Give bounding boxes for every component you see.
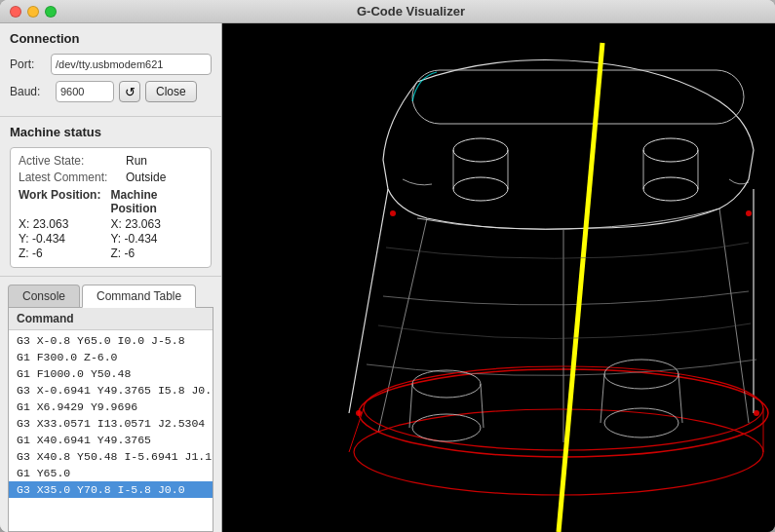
baud-input[interactable]	[56, 81, 114, 102]
command-item[interactable]: G3 X-0.6941 Y49.3765 I5.8 J0.0	[9, 382, 213, 399]
app-window: G-Code Visualizer Connection Port: Baud:…	[0, 0, 775, 532]
latest-comment-label: Latest Comment:	[19, 171, 126, 184]
svg-rect-0	[222, 23, 775, 532]
baud-label: Baud:	[10, 85, 51, 98]
tabs-area: Console Command Table Command G3 X-0.8 Y…	[0, 277, 221, 532]
command-item[interactable]: G3 X33.0571 I13.0571 J2.5304	[9, 415, 213, 432]
y-position-row: Y: -0.434 Y: -0.434	[19, 232, 203, 246]
command-item[interactable]: G1 Y65.0	[9, 465, 213, 481]
z-position-row: Z: -6 Z: -6	[19, 247, 203, 260]
z-work-value: Z: -6	[19, 247, 111, 260]
positions-header: Work Position: Machine Position	[19, 188, 203, 215]
x-work-value: X: 23.063	[19, 217, 111, 231]
x-position-row: X: 23.063 X: 23.063	[19, 217, 203, 231]
left-panel: Connection Port: Baud: ↺ Close Machine s…	[0, 23, 222, 532]
port-row: Port:	[10, 54, 212, 75]
command-item[interactable]: G3 X35.0 Y70.8 I-5.8 J0.0	[9, 481, 213, 498]
tab-content: Command G3 X-0.8 Y65.0 I0.0 J-5.8G1 F300…	[8, 307, 213, 532]
y-machine-value: Y: -0.434	[111, 232, 204, 246]
main-content: Connection Port: Baud: ↺ Close Machine s…	[0, 23, 775, 532]
machine-status-section: Machine status Active State: Run Latest …	[0, 117, 221, 277]
command-item[interactable]: G1 X40.6941 Y49.3765	[9, 432, 213, 448]
connection-title: Connection	[10, 31, 212, 46]
port-input[interactable]	[51, 54, 212, 75]
work-position-header: Work Position:	[19, 188, 111, 215]
command-item[interactable]: G3 X40.8 Y50.48 I-5.6941 J1.103	[9, 448, 213, 465]
window-title: G-Code Visualizer	[57, 4, 765, 19]
machine-position-header: Machine Position	[111, 188, 204, 215]
status-inner-box: Active State: Run Latest Comment: Outsid…	[10, 147, 212, 268]
command-item[interactable]: G1 X6.9429 Y9.9696	[9, 399, 213, 415]
close-connection-button[interactable]: Close	[145, 81, 197, 102]
svg-point-28	[390, 210, 396, 216]
latest-comment-value: Outside	[126, 171, 166, 184]
command-item[interactable]: G1 F300.0 Z-6.0	[9, 349, 213, 365]
connection-section: Connection Port: Baud: ↺ Close	[0, 23, 221, 117]
command-list[interactable]: G3 X-0.8 Y65.0 I0.0 J-5.8G1 F300.0 Z-6.0…	[9, 330, 213, 531]
latest-comment-row: Latest Comment: Outside	[19, 171, 203, 184]
command-item[interactable]: G1 F1000.0 Y50.48	[9, 365, 213, 382]
traffic-lights	[10, 6, 57, 18]
tab-console[interactable]: Console	[8, 285, 80, 308]
x-machine-value: X: 23.063	[111, 217, 204, 231]
machine-status-title: Machine status	[10, 125, 212, 139]
port-label: Port:	[10, 57, 51, 71]
refresh-button[interactable]: ↺	[119, 81, 140, 102]
svg-point-31	[754, 410, 759, 416]
command-item[interactable]: G3 X-0.8 Y65.0 I0.0 J-5.8	[9, 332, 213, 349]
svg-point-30	[356, 410, 362, 416]
tab-command-table[interactable]: Command Table	[82, 285, 196, 308]
minimize-button[interactable]	[27, 6, 39, 18]
tabs-header: Console Command Table	[8, 285, 213, 308]
active-state-row: Active State: Run	[19, 154, 203, 168]
command-table-header: Command	[9, 308, 213, 330]
maximize-button[interactable]	[45, 6, 57, 18]
baud-row: Baud: ↺ Close	[10, 81, 212, 102]
wireframe-display	[222, 23, 775, 532]
active-state-label: Active State:	[19, 154, 126, 168]
svg-point-29	[746, 210, 752, 216]
active-state-value: Run	[126, 154, 147, 168]
close-button[interactable]	[10, 6, 21, 18]
titlebar: G-Code Visualizer	[0, 0, 775, 23]
y-work-value: Y: -0.434	[19, 232, 111, 246]
3d-viewport[interactable]	[222, 23, 775, 532]
z-machine-value: Z: -6	[111, 247, 204, 260]
